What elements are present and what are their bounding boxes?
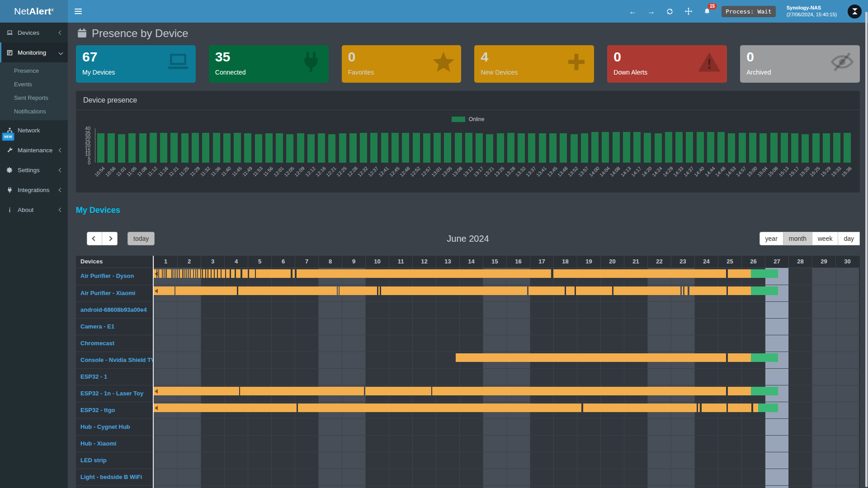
presence-bar-segment[interactable] — [178, 269, 179, 278]
presence-bar-segment[interactable] — [340, 286, 377, 295]
presence-bar-segment[interactable] — [728, 269, 751, 278]
presence-bar-segment[interactable] — [682, 286, 683, 295]
calendar-next-button[interactable] — [102, 232, 118, 245]
presence-bar-segment[interactable] — [167, 269, 171, 278]
presence-bar-segment[interactable] — [236, 269, 241, 278]
presence-bar-segment[interactable] — [249, 269, 255, 278]
forward-arrow-icon[interactable]: → — [647, 8, 655, 15]
online-bar-segment[interactable] — [758, 404, 778, 412]
device-name-link[interactable]: android-68608b93a00e4 — [76, 302, 153, 318]
sidebar-item-devices[interactable]: Devices — [0, 23, 68, 42]
presence-bar-segment[interactable] — [175, 269, 175, 278]
presence-bar-segment[interactable] — [201, 269, 202, 278]
calendar-view-year[interactable]: year — [760, 232, 783, 245]
presence-bar-segment[interactable] — [528, 286, 565, 295]
presence-bar-segment[interactable] — [189, 269, 190, 278]
presence-bar-segment[interactable] — [613, 286, 680, 295]
device-name-link[interactable]: Chromecast — [76, 335, 153, 352]
presence-bar-segment[interactable] — [432, 387, 726, 395]
presence-bar-segment[interactable] — [456, 353, 726, 362]
presence-bar-segment[interactable] — [218, 269, 220, 278]
presence-bar-segment[interactable] — [215, 269, 217, 278]
presence-bar-segment[interactable] — [184, 269, 184, 278]
device-name-link[interactable]: LED strip — [76, 452, 153, 469]
presence-bar-segment[interactable] — [165, 269, 165, 278]
presence-bar-segment[interactable] — [185, 269, 186, 278]
stat-card-archived[interactable]: 0Archived — [740, 45, 860, 83]
device-name-link[interactable]: Hub - Cygnet Hub — [76, 419, 153, 435]
sidebar-subitem-events[interactable]: Events — [0, 77, 68, 91]
sidebar-subitem-sent-reports[interactable]: Sent Reports — [0, 91, 68, 104]
presence-bar-segment[interactable] — [187, 269, 188, 278]
presence-bar-segment[interactable] — [583, 404, 697, 412]
presence-bar-segment[interactable] — [566, 286, 575, 295]
device-name-link[interactable]: Light - bedside B WiFi — [76, 469, 153, 485]
sidebar-subitem-notifications[interactable]: Notifications — [0, 104, 68, 118]
device-name-link[interactable]: ESP32 - ttgo — [76, 402, 153, 418]
presence-bar-segment[interactable] — [698, 404, 700, 412]
calendar-today-button[interactable]: today — [127, 232, 155, 245]
presence-bar-segment[interactable] — [338, 286, 339, 295]
sidebar-item-integrations[interactable]: Integrations — [0, 180, 68, 200]
stat-card-new-devices[interactable]: 4New Devices — [474, 45, 594, 83]
presence-bar-segment[interactable] — [175, 286, 237, 295]
device-name-link[interactable]: Camera - E1 — [76, 319, 153, 335]
presence-bar-segment[interactable] — [198, 269, 200, 278]
presence-bar-segment[interactable] — [689, 286, 726, 295]
presence-bar-segment[interactable] — [194, 269, 195, 278]
sidebar-item-maintenance[interactable]: Maintenance — [0, 140, 68, 160]
presence-bar-segment[interactable] — [553, 269, 726, 278]
presence-bar-segment[interactable] — [297, 269, 551, 278]
presence-bar-segment[interactable] — [154, 404, 297, 412]
presence-bar-segment[interactable] — [381, 286, 527, 295]
stat-card-my-devices[interactable]: 67My Devices — [76, 45, 196, 83]
calendar-view-day[interactable]: day — [838, 232, 860, 245]
presence-bar-segment[interactable] — [212, 269, 214, 278]
presence-bar-segment[interactable] — [191, 269, 193, 278]
presence-bar-segment[interactable] — [702, 404, 726, 412]
presence-bar-segment[interactable] — [728, 353, 751, 362]
presence-bar-segment[interactable] — [753, 404, 758, 412]
presence-bar-segment[interactable] — [292, 269, 295, 278]
presence-bar-segment[interactable] — [180, 269, 182, 278]
presence-bar-segment[interactable] — [206, 269, 207, 278]
move-icon[interactable] — [684, 7, 693, 15]
presence-bar-segment[interactable] — [196, 269, 197, 278]
sidebar-item-monitoring[interactable]: Monitoring — [0, 42, 68, 62]
presence-bar-segment[interactable] — [226, 269, 230, 278]
presence-bar-segment[interactable] — [365, 387, 431, 395]
presence-bar-segment[interactable] — [173, 269, 174, 278]
device-name-link[interactable]: ESP32 - 1n - Laser Toy — [76, 385, 153, 402]
online-bar-segment[interactable] — [751, 387, 778, 395]
device-name-link[interactable]: Air Purifier - Xiaomi — [76, 285, 153, 301]
presence-bar-segment[interactable] — [154, 387, 239, 395]
device-name-link[interactable]: Hub - Xiaomi — [76, 436, 153, 452]
presence-bar-segment[interactable] — [256, 269, 290, 278]
stat-card-down-alerts[interactable]: 0Down Alerts — [607, 45, 727, 83]
presence-bar-segment[interactable] — [728, 387, 751, 395]
presence-bar-segment[interactable] — [576, 286, 612, 295]
calendar-view-week[interactable]: week — [812, 232, 839, 245]
device-name-link[interactable]: ESP32 - 1 — [76, 369, 153, 385]
sidebar-subitem-presence[interactable]: Presence — [0, 64, 68, 77]
presence-bar-segment[interactable] — [240, 387, 364, 395]
presence-bar-segment[interactable] — [378, 286, 380, 295]
online-bar-segment[interactable] — [751, 286, 778, 295]
back-arrow-icon[interactable]: ← — [629, 8, 637, 15]
online-bar-segment[interactable] — [751, 353, 778, 362]
presence-bar-segment[interactable] — [231, 269, 235, 278]
page-scrollbar[interactable] — [865, 12, 868, 487]
calendar-view-month[interactable]: month — [783, 232, 812, 245]
presence-bar-segment[interactable] — [242, 269, 248, 278]
stat-card-connected[interactable]: 35Connected — [209, 45, 329, 83]
refresh-icon[interactable] — [666, 8, 674, 15]
notifications-bell[interactable]: 15 — [703, 8, 711, 15]
presence-bar-segment[interactable] — [159, 269, 161, 278]
presence-bar-segment[interactable] — [298, 404, 581, 412]
presence-bar-segment[interactable] — [203, 269, 205, 278]
online-bar-segment[interactable] — [751, 269, 778, 278]
calendar-prev-button[interactable] — [87, 232, 102, 245]
presence-bar-segment[interactable] — [222, 269, 225, 278]
presence-bar-segment[interactable] — [728, 404, 751, 412]
presence-bar-segment[interactable] — [208, 269, 211, 278]
